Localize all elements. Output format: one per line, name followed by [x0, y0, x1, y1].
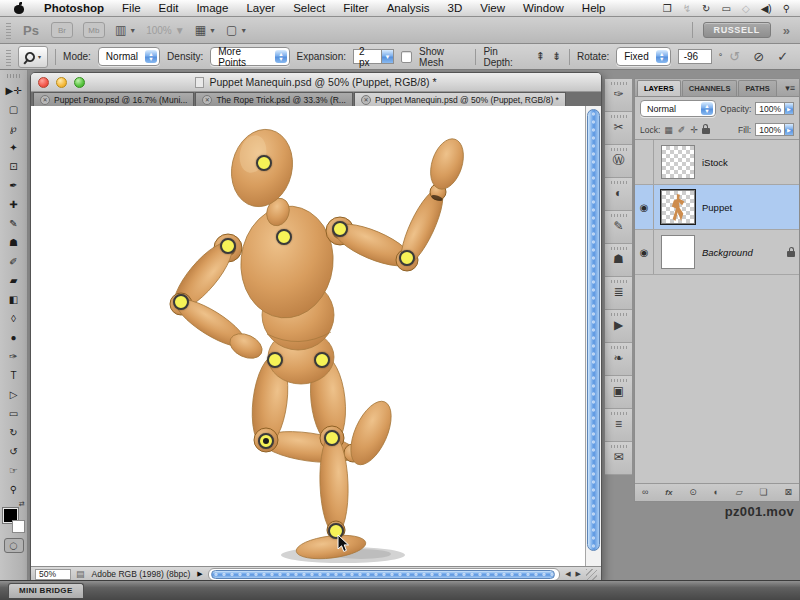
panel-menu-icon[interactable]: ▾≡: [785, 83, 795, 93]
layer-row-puppet[interactable]: ◉ Puppet: [635, 185, 799, 230]
mode-popup[interactable]: Normal▲▼: [98, 47, 160, 66]
delete-layer-icon[interactable]: ⊠: [784, 488, 792, 497]
vertical-scrollbar[interactable]: [585, 106, 601, 566]
tool-presets-icon[interactable]: ✑: [605, 79, 632, 112]
layer-group-icon[interactable]: ▱: [736, 488, 743, 497]
menu-item[interactable]: Layer: [237, 2, 284, 14]
menu-item[interactable]: File: [113, 2, 150, 14]
clone-stamp-tool[interactable]: ☗: [2, 233, 26, 252]
new-layer-icon[interactable]: ❏: [760, 488, 768, 497]
sync-icon[interactable]: ↻: [702, 3, 710, 14]
visibility-toggle[interactable]: ◉: [635, 230, 654, 274]
lock-transparency-icon[interactable]: ▦: [664, 125, 673, 135]
left-hip-pin[interactable]: [267, 352, 283, 368]
chevron-icon[interactable]: ▶: [785, 102, 794, 115]
workspace-switcher-button[interactable]: RUSSELL: [703, 22, 771, 38]
volume-icon[interactable]: ◀): [761, 3, 772, 14]
type-tool[interactable]: T: [2, 366, 26, 385]
visibility-toggle[interactable]: ◉: [635, 140, 654, 184]
battery-icon[interactable]: ↯: [683, 3, 691, 14]
brush-presets-icon[interactable]: ✎: [605, 211, 632, 244]
eraser-tool[interactable]: ▰: [2, 271, 26, 290]
layer-style-icon[interactable]: fx: [665, 489, 672, 497]
expansion-combo[interactable]: 2 px▼: [353, 49, 394, 64]
apple-menu-icon[interactable]: [14, 2, 26, 14]
remove-all-pins-icon[interactable]: ↺: [729, 49, 740, 64]
close-tab-icon[interactable]: ✕: [202, 95, 212, 105]
puppet-warp-tool-button[interactable]: ▾: [18, 46, 48, 68]
right-elbow-pin[interactable]: [399, 250, 415, 266]
visibility-toggle[interactable]: ◉: [635, 185, 654, 229]
document-tab[interactable]: ✕The Rope Trick.psd @ 33.3% (R...: [195, 92, 353, 106]
window-resize-grip[interactable]: [586, 569, 597, 580]
layer-thumbnail[interactable]: [661, 190, 695, 224]
bird-icon[interactable]: ❧: [605, 343, 632, 376]
menu-item[interactable]: 3D: [439, 2, 472, 14]
menu-item[interactable]: Window: [514, 2, 573, 14]
rotate-angle-field[interactable]: -96: [678, 49, 712, 64]
layer-name[interactable]: iStock: [702, 157, 728, 168]
launch-minibridge-button[interactable]: Mb: [83, 22, 105, 38]
commit-warp-icon[interactable]: ✓: [777, 49, 788, 64]
opacity-control[interactable]: 100%▶: [755, 102, 794, 115]
pen-tool[interactable]: ✑: [2, 347, 26, 366]
cancel-warp-icon[interactable]: ⊘: [753, 49, 764, 64]
zoom-tool[interactable]: ⚲: [2, 480, 26, 499]
view-extras-button[interactable]: ▥▼: [115, 23, 136, 37]
email-icon[interactable]: ✉: [605, 442, 632, 475]
lock-position-icon[interactable]: ✛: [690, 125, 698, 135]
expansion-field[interactable]: 2 px: [353, 49, 382, 64]
horizontal-scrollbar-thumb[interactable]: [211, 570, 556, 579]
layer-name[interactable]: Background: [702, 247, 753, 258]
menu-item[interactable]: Select: [284, 2, 334, 14]
chevron-icon[interactable]: ▶: [785, 123, 794, 136]
density-popup[interactable]: More Points▲▼: [210, 47, 289, 66]
horizontal-scrollbar[interactable]: [208, 568, 561, 581]
path-selection-tool[interactable]: ▷: [2, 385, 26, 404]
workspace-overflow-button[interactable]: »: [783, 23, 790, 38]
3d-orbit-tool[interactable]: ↺: [2, 442, 26, 461]
brush-tool[interactable]: ✎: [2, 214, 26, 233]
crop-tool[interactable]: ⊡: [2, 157, 26, 176]
clone-source-icon[interactable]: ☗: [605, 244, 632, 277]
quick-mask-button[interactable]: ◯: [4, 538, 24, 553]
layer-row-background[interactable]: ◉ Background: [635, 230, 799, 275]
layer-name[interactable]: Puppet: [702, 202, 732, 213]
healing-brush-tool[interactable]: ✚: [2, 195, 26, 214]
panel-tab[interactable]: PATHS: [738, 80, 776, 96]
dodge-tool[interactable]: ●: [2, 328, 26, 347]
launch-bridge-button[interactable]: Br: [51, 22, 73, 38]
layer-comps-icon[interactable]: ≣: [605, 277, 632, 310]
chest-pin[interactable]: [276, 229, 292, 245]
close-tab-icon[interactable]: ✕: [361, 95, 371, 105]
window-title-bar[interactable]: Puppet Manequin.psd @ 50% (Puppet, RGB/8…: [31, 73, 601, 92]
menu-item[interactable]: Photoshop: [35, 2, 113, 14]
background-color-swatch[interactable]: [12, 520, 25, 533]
adjustments-icon[interactable]: ◐: [605, 178, 632, 211]
left-shoulder-pin[interactable]: [220, 238, 236, 254]
gradient-tool[interactable]: ◧: [2, 290, 26, 309]
adjustment-layer-icon[interactable]: ◐: [714, 488, 719, 497]
menu-item[interactable]: Edit: [150, 2, 188, 14]
scroll-left-icon[interactable]: ◀: [565, 570, 570, 578]
show-mesh-checkbox[interactable]: [401, 51, 412, 63]
lock-pixels-icon[interactable]: ✐: [678, 125, 686, 135]
spotlight-icon[interactable]: ⚲: [783, 3, 790, 14]
layer-thumbnail[interactable]: [661, 235, 695, 269]
scroll-right-icon[interactable]: ▶: [576, 570, 581, 578]
menu-item[interactable]: Filter: [334, 2, 378, 14]
left-knee-pin[interactable]: [258, 433, 274, 449]
status-menu-arrow-icon[interactable]: ▶: [197, 570, 202, 578]
left-elbow-pin[interactable]: [173, 294, 189, 310]
pin-depth-forward-icon[interactable]: ⇞: [535, 50, 546, 63]
document-tab[interactable]: ✕Puppet Pano.psd @ 16.7% (Muni...: [33, 92, 194, 106]
lasso-tool[interactable]: ℘: [2, 119, 26, 138]
layer-thumbnail[interactable]: [661, 145, 695, 179]
menu-item[interactable]: View: [471, 2, 514, 14]
menu-item[interactable]: Help: [573, 2, 615, 14]
layer-mask-icon[interactable]: ⊙: [689, 488, 697, 497]
chevron-down-icon[interactable]: ▼: [382, 49, 393, 64]
quick-selection-tool[interactable]: ✦: [2, 138, 26, 157]
crossed-tools-icon[interactable]: ✂: [605, 112, 632, 145]
marquee-tool[interactable]: ▢: [2, 100, 26, 119]
